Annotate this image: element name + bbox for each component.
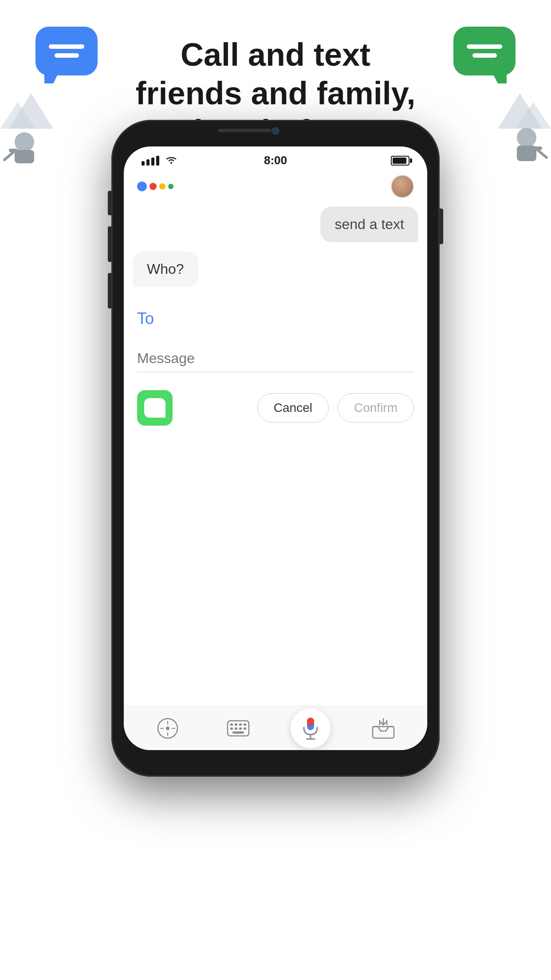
nav-microphone[interactable]	[291, 708, 331, 748]
user-message: send a text	[133, 206, 418, 242]
confirm-button[interactable]: Confirm	[338, 393, 414, 423]
inbox-icon	[372, 718, 395, 739]
svg-rect-22	[239, 723, 242, 726]
svg-point-12	[170, 162, 172, 164]
to-label: To	[137, 309, 154, 328]
avatar[interactable]	[391, 175, 414, 198]
chat-line-short	[55, 53, 79, 58]
cancel-button[interactable]: Cancel	[257, 393, 329, 423]
svg-point-2	[15, 132, 34, 152]
nav-compass[interactable]	[150, 711, 185, 746]
svg-point-18	[166, 727, 169, 730]
svg-rect-23	[244, 723, 246, 726]
speaker	[218, 129, 271, 132]
dot-green	[168, 184, 173, 189]
google-assistant-logo	[137, 182, 173, 191]
chat-line	[467, 44, 502, 49]
message-input[interactable]	[137, 350, 414, 372]
chat-icon-left	[35, 27, 98, 75]
svg-rect-28	[232, 731, 244, 734]
svg-rect-26	[239, 727, 242, 730]
assistant-message: Who?	[133, 251, 418, 287]
messages-bubble-icon	[144, 398, 165, 418]
volume-up-button	[108, 226, 111, 262]
microphone-icon	[299, 715, 322, 742]
svg-point-8	[517, 128, 536, 147]
svg-line-11	[538, 150, 547, 158]
keyboard-icon	[227, 720, 250, 737]
dot-red	[150, 183, 157, 190]
svg-rect-3	[15, 150, 34, 163]
status-left	[142, 154, 178, 167]
dot-blue	[137, 182, 147, 191]
signal-bar-2	[146, 159, 150, 166]
status-time: 8:00	[264, 154, 287, 167]
message-input-area[interactable]	[124, 332, 427, 381]
signal-bars	[142, 156, 159, 166]
svg-rect-20	[230, 723, 233, 726]
svg-rect-24	[230, 727, 233, 730]
svg-rect-33	[373, 727, 394, 738]
action-row: Cancel Confirm	[124, 381, 427, 435]
battery-icon	[391, 156, 409, 166]
front-camera	[272, 127, 279, 135]
action-buttons: Cancel Confirm	[257, 393, 414, 423]
power-button	[440, 209, 443, 244]
svg-rect-21	[235, 723, 237, 726]
bottom-nav	[124, 706, 427, 750]
svg-rect-30	[307, 718, 314, 726]
chat-icon-right	[453, 27, 516, 75]
avatar-image	[392, 176, 413, 197]
chat-line-short	[472, 53, 497, 58]
volume-down-button	[108, 273, 111, 308]
signal-bar-1	[142, 161, 145, 166]
to-field-area[interactable]: To	[124, 300, 427, 332]
signal-bar-3	[151, 158, 154, 166]
messages-app-icon	[137, 390, 173, 426]
assistant-bubble: Who?	[133, 251, 198, 287]
compass-icon	[157, 717, 179, 739]
svg-rect-27	[244, 727, 246, 730]
dot-yellow	[159, 183, 165, 190]
chat-area: send a text Who?	[124, 202, 427, 300]
app-header	[124, 171, 427, 202]
svg-line-5	[4, 152, 13, 160]
nav-keyboard[interactable]	[220, 711, 256, 746]
status-bar: 8:00	[124, 146, 427, 171]
user-bubble: send a text	[320, 206, 418, 242]
wifi-icon	[165, 154, 178, 167]
nav-inbox[interactable]	[366, 711, 401, 746]
mute-button	[108, 191, 111, 215]
phone-frame: 8:00 send a text	[111, 120, 440, 777]
battery-fill	[393, 158, 406, 164]
phone-screen: 8:00 send a text	[124, 146, 427, 750]
chat-line	[49, 44, 84, 49]
svg-rect-25	[235, 727, 237, 730]
signal-bar-4	[156, 156, 159, 166]
